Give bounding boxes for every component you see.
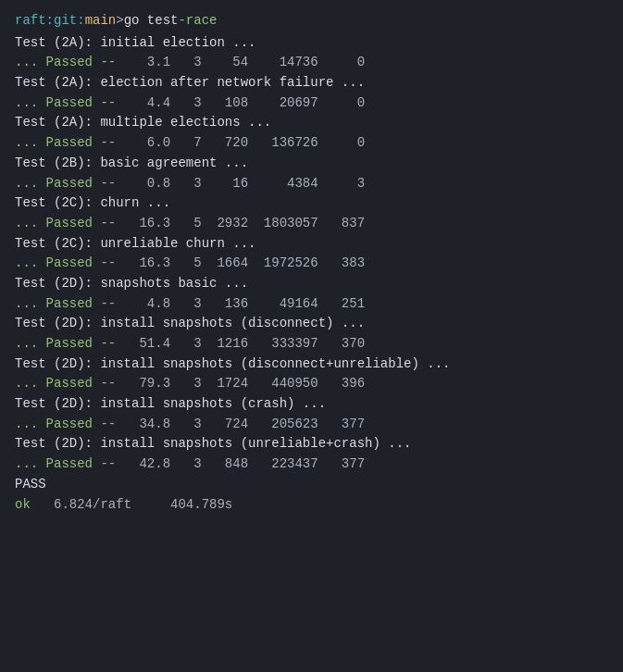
- passed-label: ... Passed: [15, 456, 93, 471]
- prompt-branch: main: [85, 11, 117, 31]
- terminal-line: ... Passed -- 42.8 3 848 223437 377: [15, 454, 608, 475]
- terminal-line: Test (2B): basic agreement ...: [15, 154, 608, 174]
- terminal-line: Test (2D): install snapshots (unreliable…: [15, 434, 608, 454]
- terminal-line: ... Passed -- 16.3 5 1664 1972526 383: [15, 254, 608, 274]
- terminal-line: ... Passed -- 3.1 3 54 14736 0: [15, 53, 608, 73]
- terminal-line: ... Passed -- 51.4 3 1216 333397 370: [15, 334, 608, 355]
- terminal-line: ... Passed -- 4.8 3 136 49164 251: [15, 294, 608, 315]
- result-values: -- 0.8 3 16 4384 3: [93, 176, 365, 191]
- result-values: -- 34.8 3 724 205623 377: [93, 417, 365, 431]
- passed-label: ... Passed: [15, 376, 93, 391]
- terminal-line: Test (2D): install snapshots (disconnect…: [15, 355, 608, 375]
- prompt-flag: -race: [178, 11, 217, 31]
- prompt-arrow: >: [116, 11, 123, 31]
- terminal-line: Test (2D): snapshots basic ...: [15, 274, 608, 294]
- result-values: -- 79.3 3 1724 440950 396: [93, 376, 365, 391]
- result-values: -- 51.4 3 1216 333397 370: [93, 336, 365, 351]
- terminal-line: Test (2A): initial election ...: [15, 33, 608, 54]
- terminal-output: Test (2A): initial election ...... Passe…: [15, 33, 608, 516]
- passed-label: ... Passed: [15, 216, 93, 230]
- passed-label: ... Passed: [15, 176, 93, 191]
- result-values: -- 4.8 3 136 49164 251: [93, 296, 365, 311]
- passed-label: ... Passed: [15, 336, 93, 351]
- terminal-line: ... Passed -- 6.0 7 720 136726 0: [15, 133, 608, 154]
- terminal: raft:git:main > go test -race Test (2A):…: [15, 11, 608, 515]
- terminal-line: Test (2A): election after network failur…: [15, 73, 608, 93]
- ok-label: ok: [15, 497, 31, 512]
- terminal-line: Test (2A): multiple elections ...: [15, 113, 608, 133]
- passed-label: ... Passed: [15, 417, 93, 431]
- result-values: -- 6.0 7 720 136726 0: [93, 135, 365, 150]
- passed-label: ... Passed: [15, 95, 93, 110]
- result-values: -- 4.4 3 108 20697 0: [93, 95, 365, 110]
- prompt-line: raft:git:main > go test -race: [15, 11, 608, 31]
- passed-label: ... Passed: [15, 296, 93, 311]
- terminal-line: ... Passed -- 16.3 5 2932 1803057 837: [15, 214, 608, 234]
- ok-time: 404.789s: [131, 497, 232, 512]
- terminal-line: ... Passed -- 79.3 3 1724 440950 396: [15, 374, 608, 394]
- terminal-line: ok 6.824/raft 404.789s: [15, 495, 608, 516]
- passed-label: ... Passed: [15, 135, 93, 150]
- result-values: -- 42.8 3 848 223437 377: [93, 456, 365, 471]
- prompt-command: go test: [124, 11, 179, 31]
- result-values: -- 16.3 5 1664 1972526 383: [93, 255, 365, 270]
- ok-path: 6.824/raft: [31, 497, 131, 512]
- terminal-line: Test (2C): churn ...: [15, 193, 608, 214]
- terminal-line: Test (2D): install snapshots (disconnect…: [15, 314, 608, 334]
- terminal-line: ... Passed -- 34.8 3 724 205623 377: [15, 415, 608, 435]
- terminal-line: ... Passed -- 0.8 3 16 4384 3: [15, 174, 608, 194]
- terminal-line: PASS: [15, 475, 608, 495]
- terminal-line: ... Passed -- 4.4 3 108 20697 0: [15, 93, 608, 114]
- result-values: -- 3.1 3 54 14736 0: [93, 55, 365, 69]
- terminal-line: Test (2C): unreliable churn ...: [15, 234, 608, 255]
- result-values: -- 16.3 5 2932 1803057 837: [93, 216, 365, 230]
- terminal-line: Test (2D): install snapshots (crash) ...: [15, 394, 608, 415]
- passed-label: ... Passed: [15, 55, 93, 69]
- prompt-repo: raft:git:: [15, 11, 85, 31]
- passed-label: ... Passed: [15, 255, 93, 270]
